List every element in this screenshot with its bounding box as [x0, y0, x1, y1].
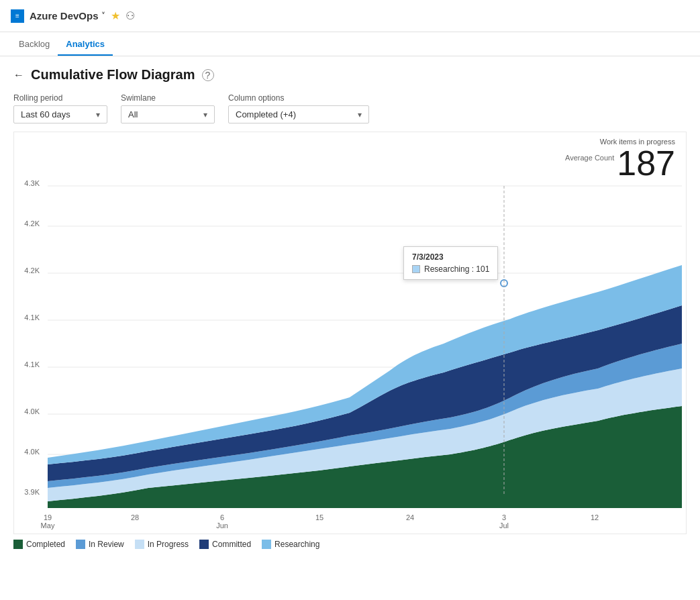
legend-color-in-review [76, 540, 85, 549]
avg-count-label: Average Count [565, 154, 614, 162]
svg-text:4.2K: 4.2K [24, 219, 40, 228]
rolling-period-chevron: ▾ [96, 110, 100, 119]
legend-label-in-progress: In Progress [148, 540, 189, 549]
rolling-period-label: Rolling period [13, 93, 107, 103]
svg-text:28: 28 [131, 513, 139, 521]
svg-text:15: 15 [315, 513, 323, 521]
legend: Completed In Review In Progress Committe… [0, 534, 700, 554]
tab-backlog[interactable]: Backlog [11, 34, 58, 56]
chart-container: Work items in progress Average Count 187… [13, 132, 687, 534]
legend-color-researching [262, 540, 271, 549]
svg-text:4.0K: 4.0K [24, 448, 40, 456]
swimlane-control: Swimlane All ▾ [121, 93, 215, 123]
chart-svg: 4.3K 4.2K 4.2K 4.1K 4.1K 4.0K 4.0K 3.9K … [14, 152, 687, 535]
page-title: Cumulative Flow Diagram [31, 67, 195, 83]
app-icon: ≡ [11, 9, 24, 23]
svg-text:4.1K: 4.1K [24, 360, 40, 368]
legend-committed: Committed [199, 540, 251, 549]
help-icon[interactable]: ? [202, 69, 214, 81]
legend-color-completed [13, 540, 23, 549]
column-options-label: Column options [228, 93, 369, 103]
legend-label-in-review: In Review [89, 540, 124, 549]
rolling-period-select[interactable]: Last 60 days ▾ [13, 105, 107, 123]
rolling-period-value: Last 60 days [21, 109, 70, 119]
legend-completed: Completed [13, 540, 65, 549]
column-options-value: Completed (+4) [236, 109, 296, 119]
svg-text:12: 12 [591, 513, 599, 521]
legend-color-in-progress [135, 540, 144, 549]
legend-label-completed: Completed [26, 540, 65, 549]
swimlane-label: Swimlane [121, 93, 215, 103]
app-name[interactable]: Azure DevOps ˅ [30, 10, 105, 21]
svg-text:6: 6 [220, 513, 224, 521]
svg-text:19: 19 [44, 513, 52, 521]
svg-text:Jun: Jun [216, 521, 228, 530]
swimlane-select[interactable]: All ▾ [121, 105, 215, 123]
legend-color-committed [199, 540, 209, 549]
app-name-text: Azure DevOps [30, 10, 99, 21]
tab-analytics[interactable]: Analytics [58, 34, 113, 56]
column-options-chevron: ▾ [358, 110, 362, 119]
svg-text:4.1K: 4.1K [24, 313, 40, 321]
svg-text:4.2K: 4.2K [24, 266, 40, 274]
column-options-select[interactable]: Completed (+4) ▾ [228, 105, 369, 123]
people-icon[interactable]: ⚇ [126, 9, 135, 22]
count-value: 187 [617, 146, 675, 181]
back-button[interactable]: ← [13, 69, 24, 81]
page-header: ← Cumulative Flow Diagram ? [0, 56, 700, 88]
column-options-control: Column options Completed (+4) ▾ [228, 93, 369, 123]
svg-text:4.3K: 4.3K [24, 179, 40, 187]
rolling-period-control: Rolling period Last 60 days ▾ [13, 93, 107, 123]
svg-text:3: 3 [502, 513, 506, 521]
swimlane-chevron: ▾ [203, 110, 207, 119]
legend-label-researching: Researching [274, 540, 319, 549]
swimlane-value: All [128, 109, 138, 119]
legend-in-progress: In Progress [135, 540, 189, 549]
legend-label-committed: Committed [212, 540, 251, 549]
legend-in-review: In Review [76, 540, 124, 549]
svg-text:3.9K: 3.9K [24, 488, 40, 496]
svg-text:4.0K: 4.0K [24, 407, 40, 415]
svg-text:May: May [41, 521, 55, 530]
favorite-icon[interactable]: ★ [111, 9, 120, 22]
app-name-chevron: ˅ [101, 11, 105, 20]
top-bar: ≡ Azure DevOps ˅ ★ ⚇ [0, 0, 700, 32]
nav-tabs: Backlog Analytics [0, 32, 700, 56]
svg-text:24: 24 [406, 513, 414, 521]
chart-stats: Work items in progress Average Count 187 [565, 138, 675, 181]
legend-researching: Researching [262, 540, 319, 549]
svg-text:Jul: Jul [499, 521, 509, 530]
controls: Rolling period Last 60 days ▾ Swimlane A… [0, 88, 700, 132]
